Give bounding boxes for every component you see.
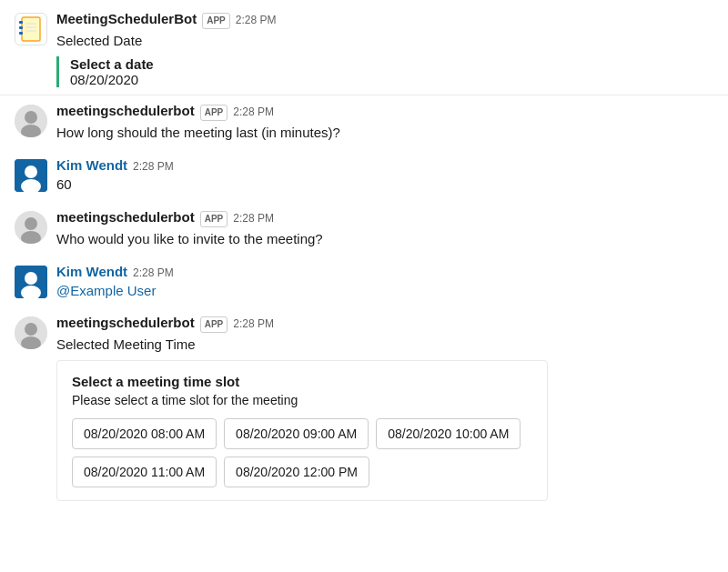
date-block-title: Select a date xyxy=(70,56,713,72)
message-group: meetingschedulerbot APP 2:28 PM Selected… xyxy=(0,307,728,508)
message-header: Kim Wendt 2:28 PM xyxy=(56,157,713,173)
app-badge: APP xyxy=(200,316,228,333)
timeslot-btn-3[interactable]: 08/20/2020 11:00 AM xyxy=(72,457,217,487)
message-content: MeetingSchedulerBot APP 2:28 PM Selected… xyxy=(56,11,713,87)
message-content: Kim Wendt 2:28 PM @Example User xyxy=(56,264,713,301)
message-header: MeetingSchedulerBot APP 2:28 PM xyxy=(56,11,713,29)
message-group: meetingschedulerbot APP 2:28 PM How long… xyxy=(0,95,728,150)
message-content: meetingschedulerbot APP 2:28 PM How long… xyxy=(56,103,713,143)
message-text: How long should the meeting last (in min… xyxy=(56,123,713,143)
svg-point-11 xyxy=(25,166,37,178)
message-text: Selected Date xyxy=(56,31,713,51)
svg-rect-3 xyxy=(19,32,23,35)
user-avatar-icon xyxy=(15,266,47,298)
svg-point-8 xyxy=(25,111,37,124)
timeslot-title: Select a meeting time slot xyxy=(72,374,532,389)
sender-name: Kim Wendt xyxy=(56,157,127,173)
svg-point-14 xyxy=(25,217,37,230)
timeslot-btn-2[interactable]: 08/20/2020 10:00 AM xyxy=(376,418,521,449)
message-content: meetingschedulerbot APP 2:28 PM Selected… xyxy=(56,315,713,501)
message-text: Selected Meeting Time xyxy=(56,335,713,355)
sender-name: meetingschedulerbot xyxy=(56,209,195,225)
svg-rect-1 xyxy=(19,21,23,24)
message-text: @Example User xyxy=(56,281,713,301)
user-avatar xyxy=(15,266,47,298)
sender-name: meetingschedulerbot xyxy=(56,103,195,118)
timestamp: 2:28 PM xyxy=(233,105,274,118)
timeslot-buttons: 08/20/2020 08:00 AM 08/20/2020 09:00 AM … xyxy=(72,418,532,487)
message-content: Kim Wendt 2:28 PM 60 xyxy=(56,157,713,195)
message-text: 60 xyxy=(56,175,713,195)
message-header: meetingschedulerbot APP 2:28 PM xyxy=(56,103,713,121)
schedulerbot-avatar xyxy=(15,211,47,244)
timeslot-block: Select a meeting time slot Please select… xyxy=(56,360,548,501)
svg-rect-0 xyxy=(22,17,40,41)
bot-avatar-icon xyxy=(15,316,47,349)
sender-name: Kim Wendt xyxy=(56,264,127,279)
user-avatar xyxy=(15,159,47,192)
svg-point-20 xyxy=(25,323,37,336)
sender-name: meetingschedulerbot xyxy=(56,315,195,330)
timestamp: 2:28 PM xyxy=(133,160,174,173)
app-badge: APP xyxy=(202,13,230,29)
message-content: meetingschedulerbot APP 2:28 PM Who woul… xyxy=(56,209,713,249)
schedulerbot-avatar xyxy=(15,316,47,349)
timeslot-btn-4[interactable]: 08/20/2020 12:00 PM xyxy=(224,457,369,487)
bot-top-avatar xyxy=(15,13,47,45)
message-group: Kim Wendt 2:28 PM 60 xyxy=(0,150,728,202)
message-group: Kim Wendt 2:28 PM @Example User xyxy=(0,256,728,308)
timestamp: 2:28 PM xyxy=(233,317,274,330)
message-header: meetingschedulerbot APP 2:28 PM xyxy=(56,209,713,227)
timeslot-description: Please select a time slot for the meetin… xyxy=(72,393,532,407)
user-avatar-icon xyxy=(15,159,47,192)
timestamp: 2:28 PM xyxy=(133,266,174,279)
message-header: meetingschedulerbot APP 2:28 PM xyxy=(56,315,713,333)
message-group: meetingschedulerbot APP 2:28 PM Who woul… xyxy=(0,202,728,256)
bot-top-logo-icon xyxy=(17,15,45,43)
chat-container: MeetingSchedulerBot APP 2:28 PM Selected… xyxy=(0,0,728,508)
svg-rect-2 xyxy=(19,26,23,29)
bot-avatar-icon xyxy=(15,105,47,137)
schedulerbot-avatar xyxy=(15,105,47,137)
timeslot-btn-0[interactable]: 08/20/2020 08:00 AM xyxy=(72,418,217,449)
svg-point-17 xyxy=(25,272,37,285)
message-group: MeetingSchedulerBot APP 2:28 PM Selected… xyxy=(0,4,728,95)
message-header: Kim Wendt 2:28 PM xyxy=(56,264,713,279)
timestamp: 2:28 PM xyxy=(233,212,274,225)
timestamp: 2:28 PM xyxy=(236,14,277,26)
date-block: Select a date 08/20/2020 xyxy=(56,56,713,87)
date-block-value: 08/20/2020 xyxy=(70,72,713,87)
timeslot-btn-1[interactable]: 08/20/2020 09:00 AM xyxy=(224,418,369,449)
bot-avatar-icon xyxy=(15,211,47,244)
app-badge: APP xyxy=(200,211,228,227)
sender-name: MeetingSchedulerBot xyxy=(56,11,197,26)
app-badge: APP xyxy=(200,105,228,121)
message-text: Who would you like to invite to the meet… xyxy=(56,229,713,249)
mention-link[interactable]: @Example User xyxy=(56,283,156,298)
